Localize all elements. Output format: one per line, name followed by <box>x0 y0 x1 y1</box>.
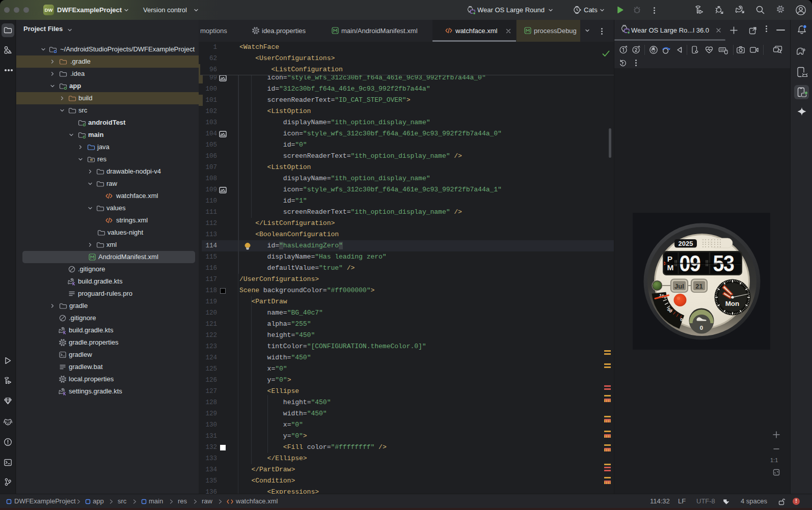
svg-text:21: 21 <box>695 282 702 290</box>
svg-text:P: P <box>667 254 672 263</box>
svg-text:0: 0 <box>700 325 703 331</box>
svg-text:Jul: Jul <box>674 282 684 290</box>
svg-text:2025: 2025 <box>679 240 693 247</box>
svg-text:Mon: Mon <box>725 300 740 307</box>
svg-text:0: 0 <box>680 317 683 322</box>
svg-text:M: M <box>667 263 674 272</box>
